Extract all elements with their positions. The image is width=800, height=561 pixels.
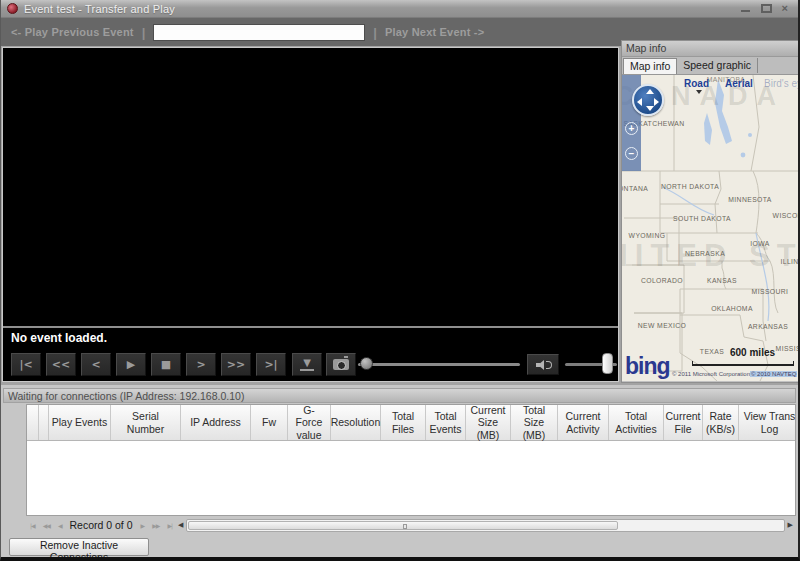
column-total-size[interactable]: Total Size (MB) [511,405,558,440]
state-label: SOUTH DAKOTA [673,215,731,222]
map-mode-birdseye[interactable]: Bird's eye [764,78,798,89]
seek-track[interactable] [358,363,520,366]
map-panel: Map info Map info Speed graphic [621,40,799,383]
video-player-panel: No event loaded. |< << < ▶ ■ > >> >| ▼ [2,47,619,382]
record-next-button[interactable]: ▶ [141,522,145,529]
map-tabs: Map info Speed graphic [622,57,798,74]
play-button[interactable]: ▶ [116,353,146,376]
close-icon[interactable]: × [782,4,788,13]
column-serial-number[interactable]: Serial Number [111,405,181,440]
map-mode-aerial[interactable]: Aerial [725,78,753,89]
zoom-out-icon[interactable]: − [625,147,638,160]
snapshot-button[interactable] [326,353,356,376]
state-label: MISSOURI [752,288,789,295]
column-current-file[interactable]: Current File [664,405,703,440]
tab-map-info[interactable]: Map info [623,58,677,74]
map-scale-label: 600 miles [730,347,775,358]
window-title: Event test - Transfer and Play [24,3,175,15]
bing-map[interactable]: CANADA UNITED STATES MANITOBA SASKATCHEW… [622,74,798,381]
column-gforce-value[interactable]: G-Force value [288,405,331,440]
state-label: TEXAS [700,348,724,355]
step-forward-button[interactable]: > [186,353,216,376]
grid-header-row: Play Events Serial Number IP Address Fw … [27,405,795,441]
map-mode-road[interactable]: Road [684,78,709,89]
column-ip-address[interactable]: IP Address [181,405,251,440]
state-label: IOWA [750,240,769,247]
volume-slider[interactable] [565,362,617,367]
map-pan-compass[interactable] [632,84,664,116]
state-label: MONTANA [622,185,648,192]
scrollbar-grip [403,524,407,529]
column-view-trans-log[interactable]: View Trans Log [739,405,796,440]
column-current-size[interactable]: Current Size (MB) [466,405,511,440]
play-next-event-button[interactable]: Play Next Event -> [379,26,490,38]
remove-inactive-connections-button[interactable]: Remove Inactive Connections [9,538,149,556]
rewind-button[interactable]: << [46,353,76,376]
state-label: COLORADO [641,277,683,284]
column-total-events[interactable]: Total Events [426,405,466,440]
stop-button[interactable]: ■ [151,353,181,376]
download-icon: ▼ [300,358,314,371]
scroll-left-icon[interactable]: ◀ [178,521,183,529]
video-display [3,48,618,326]
seek-handle[interactable] [360,357,373,370]
state-label: MINNESOTA [728,196,772,203]
speaker-icon [536,360,550,370]
column-fw[interactable]: Fw [251,405,288,440]
column-current-activity[interactable]: Current Activity [558,405,609,440]
record-next-page-button[interactable]: ▶▶ [152,522,159,529]
scrollbar-thumb[interactable] [188,521,617,530]
app-window: Event test - Transfer and Play × <- Play… [0,0,800,561]
state-label: ARKANSAS [748,323,788,330]
state-label: WYOMING [629,232,666,239]
grid-indicator-column [39,405,49,440]
player-status: No event loaded. [3,326,618,348]
map-scale-bar [692,361,794,366]
column-total-files[interactable]: Total Files [381,405,426,440]
download-button[interactable]: ▼ [292,353,322,376]
step-back-button[interactable]: < [81,353,111,376]
toolbar-divider: | [373,25,377,40]
player-controls: |< << < ▶ ■ > >> >| ▼ [3,348,618,381]
column-rate[interactable]: Rate (KB/s) [703,405,739,440]
road-selected-caret [696,90,702,94]
record-prev-page-button[interactable]: ◀◀ [43,522,50,529]
state-label: WISCONSIN [773,212,798,219]
camera-icon [333,359,349,370]
first-event-button[interactable]: |< [11,353,41,376]
last-event-button[interactable]: >| [256,353,286,376]
state-label: OKLAHOMA [711,305,753,312]
map-copyright: © 2011 Microsoft Corporation [672,371,750,377]
grid-indicator-column [27,405,39,440]
volume-handle[interactable] [602,353,613,374]
column-total-activities[interactable]: Total Activities [609,405,664,440]
bing-logo[interactable]: bing [625,353,670,380]
fast-forward-button[interactable]: >> [221,353,251,376]
grid-body-empty [27,441,795,516]
map-copyright-navteq: © 2010 NAVTEQ [750,371,797,377]
toolbar-divider: | [142,25,146,40]
horizontal-scrollbar[interactable] [186,519,784,532]
event-name-input[interactable] [153,24,365,41]
column-resolution[interactable]: Resolution [331,405,381,440]
state-label: MISSISSIPPI [776,345,798,352]
map-panel-title: Map info [622,41,798,57]
state-label: NEW MEXICO [638,322,687,329]
maximize-icon[interactable] [761,4,772,13]
scroll-right-icon[interactable]: ▶ [788,521,793,529]
column-play-events[interactable]: Play Events [49,405,111,440]
seek-slider[interactable] [358,362,520,367]
minimize-icon[interactable] [740,4,751,13]
state-label: NEBRASKA [685,250,725,257]
record-count-label: Record 0 of 0 [70,519,133,531]
state-label: ILLINOIS [780,258,798,265]
record-prev-button[interactable]: ◀ [58,522,62,529]
record-last-button[interactable]: ▶| [167,522,172,529]
play-previous-event-button[interactable]: <- Play Previous Event [5,26,140,38]
connections-panel: Waiting for connections (IP Address: 192… [1,385,798,557]
mute-button[interactable] [527,354,559,375]
zoom-in-icon[interactable]: + [625,122,638,135]
record-navigator: |◀ ◀◀ ◀ Record 0 of 0 ▶ ▶▶ ▶| ◀ ▶ [26,517,795,533]
record-first-button[interactable]: |◀ [30,522,35,529]
tab-speed-graphic[interactable]: Speed graphic [677,58,758,73]
